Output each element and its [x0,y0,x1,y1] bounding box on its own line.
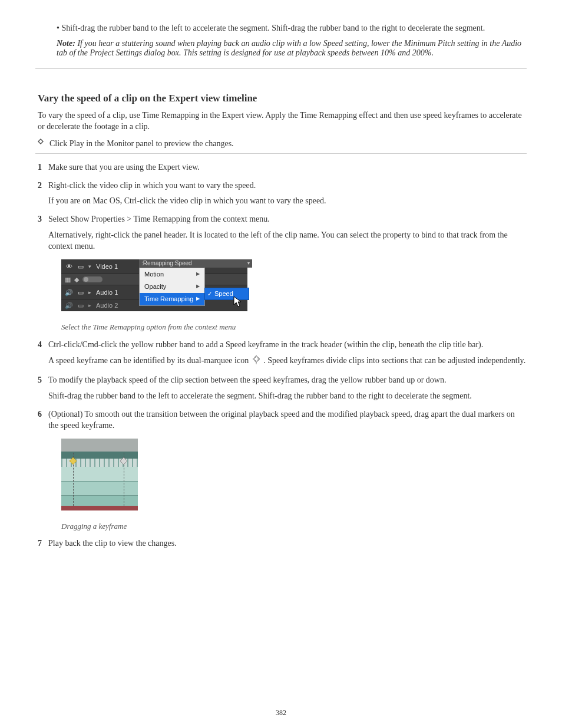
track-audio2-label: Audio 2 [96,301,118,310]
step-4-text-a: Ctrl-click/Cmd-click the yellow rubber b… [48,340,483,349]
clip-header-label: :Remapping:Speed [141,259,192,268]
step-5-sub: Shift-drag the rubber band to the left t… [48,391,527,402]
top-note: Note: If you hear a stuttering sound whe… [35,39,527,58]
dual-marquee-icon [252,355,260,368]
speaker-icon-2[interactable]: 🔊 [65,301,73,309]
ramp-bullet-row: Click Play in the Monitor panel to previ… [38,139,527,150]
menu-item-motion-label: Motion [144,270,164,279]
step-4-sub: A speed keyframe can be identified by it… [48,355,527,368]
step-7-text: Play back the clip to view the changes. [48,539,177,548]
top-note-text: If you hear a stuttering sound when play… [57,39,521,57]
menu-item-time-remapping[interactable]: Time Remapping▶ [140,293,204,305]
filmstrip-icon: ▦ [65,275,71,284]
step-5: 5To modify the playback speed of the cli… [38,375,527,402]
step-5-text: To modify the playback speed of the clip… [48,375,446,384]
collapse-arrow-icon-2[interactable]: ▸ [88,289,91,296]
keyframe-icon[interactable]: ◆ [74,275,79,284]
step-4-text: Ctrl-click/Cmd-click the yellow rubber b… [48,340,483,349]
steps-list: 1Make sure that you are using the Expert… [35,162,527,550]
check-icon: ✓ [207,290,212,298]
hr-top [35,68,527,69]
step-6: 6(Optional) To smooth out the transition… [38,409,527,531]
fig2-red-band [61,506,138,510]
lock-icon[interactable]: ▭ [77,262,85,271]
clip-header-dropdown-icon[interactable]: ▾ [247,261,250,267]
intro-paragraph: To vary the speed of a clip, use Time Re… [38,110,527,133]
collapse-arrow-icon[interactable]: ▾ [88,263,91,270]
fig1-caption: Select the Time Remapping option from th… [61,322,527,332]
step-7: 7Play back the clip to view the changes. [38,538,527,549]
collapse-arrow-icon-3[interactable]: ▸ [88,302,91,309]
top-dash-bullet: • Shift-drag the rubber band to the left… [35,24,527,33]
figure-timeline-menu: :Remapping:Speed ▾ 👁 ▭ ▾ Video 1 ▦ ◆ 🔊 ▭ [61,259,527,311]
cursor-icon [233,296,243,310]
hr-mid [35,153,527,154]
menu-item-motion[interactable]: Motion▶ [140,268,204,281]
submenu-arrow-icon: ▶ [196,271,200,278]
submenu-arrow-icon-2: ▶ [196,284,200,290]
section-heading: Vary the speed of a clip on the Expert v… [38,93,527,104]
speed-keyframe-left[interactable] [70,457,77,466]
step-3-sub: Alternatively, right-click the panel hea… [48,230,527,252]
speed-keyframe-right[interactable] [120,457,127,466]
track-audio1-label: Audio 1 [96,288,118,297]
figure-drag-keyframe [61,439,527,510]
speaker-icon[interactable]: 🔊 [65,288,73,297]
diamond-bullet-icon [38,139,44,144]
step-2-sub: If you are on Mac OS, Ctrl-click the vid… [48,196,527,207]
eye-icon[interactable]: 👁 [65,262,73,271]
fig1-timeline: :Remapping:Speed ▾ 👁 ▭ ▾ Video 1 ▦ ◆ 🔊 ▭ [61,259,247,311]
fig2-header-band [61,439,138,452]
step-1: 1Make sure that you are using the Expert… [38,162,527,173]
lock-icon-2[interactable]: ▭ [77,288,85,297]
ramp-bullet-text: Click Play in the Monitor panel to previ… [49,139,527,150]
step-2: 2Right-click the video clip in which you… [38,180,527,207]
page-number: 382 [0,709,562,717]
menu-item-opacity-label: Opacity [144,282,166,291]
step-2-text: Right-click the video clip in which you … [48,181,256,190]
step-1-text: Make sure that you are using the Expert … [48,163,200,172]
context-menu: Motion▶ Opacity▶ Time Remapping▶ [139,268,205,306]
note-label: Note: [57,39,75,48]
step-3-text: Select Show Properties > Time Remapping … [48,215,270,223]
clip-header[interactable]: :Remapping:Speed ▾ [139,259,252,268]
step-4: 4 Ctrl-click/Cmd-click the yellow rubber… [38,340,527,368]
lock-icon-3[interactable]: ▭ [77,301,85,309]
menu-item-opacity[interactable]: Opacity▶ [140,281,204,293]
fig2-caption: Dragging a keyframe [61,521,527,532]
step-3: 3Select Show Properties > Time Remapping… [38,214,527,332]
track-video1-label: Video 1 [96,262,118,271]
top-bullet-text: Shift-drag the rubber band to the left t… [61,24,485,32]
menu-item-time-remapping-label: Time Remapping [144,295,193,304]
submenu-arrow-icon-3: ▶ [196,296,200,302]
fig2-keyframe-drag [61,439,138,510]
step-6-text: (Optional) To smooth out the transition … [48,410,515,430]
zoom-slider[interactable] [82,276,103,282]
submenu-speed-label: Speed [214,289,233,298]
